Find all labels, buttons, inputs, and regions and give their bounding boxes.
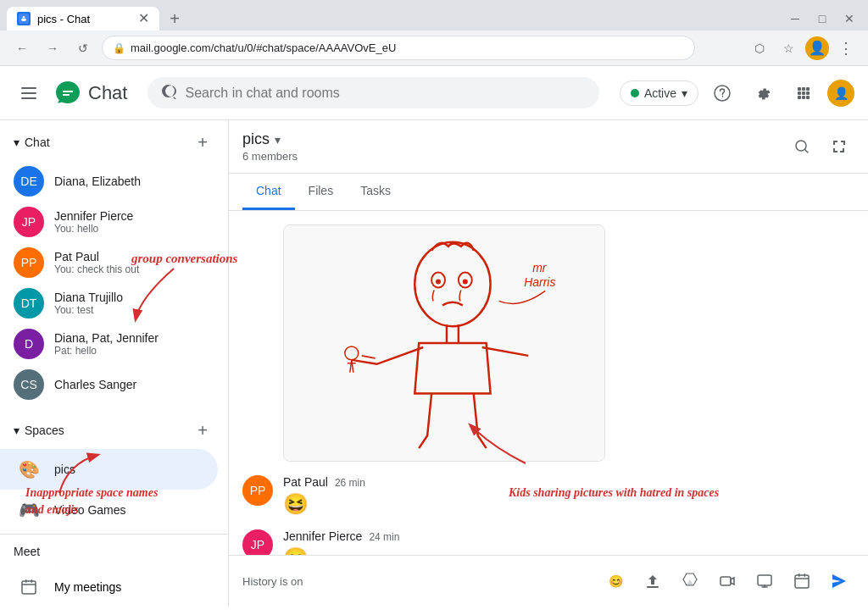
svg-rect-27 bbox=[647, 586, 659, 588]
chat-info: Pat Paul You: check this out bbox=[54, 250, 204, 275]
chat-preview: Pat: hello bbox=[54, 345, 204, 357]
chat-item-jennifer-pierce[interactable]: JP Jennifer Pierce You: hello bbox=[0, 202, 218, 242]
chat-item-pat-paul[interactable]: PP Pat Paul You: check this out bbox=[0, 242, 218, 283]
chat-avatar: D bbox=[14, 329, 44, 359]
svg-rect-31 bbox=[798, 573, 800, 577]
settings-btn[interactable] bbox=[746, 76, 780, 110]
svg-rect-16 bbox=[31, 579, 33, 583]
search-input[interactable] bbox=[185, 86, 585, 101]
bookmark-icon[interactable]: ☆ bbox=[776, 36, 800, 60]
upload-btn[interactable] bbox=[637, 566, 668, 596]
chat-section-header[interactable]: ▾ Chat + bbox=[0, 124, 228, 161]
svg-rect-6 bbox=[802, 87, 805, 91]
sidebar: ▾ Chat + DE Diana, Elizabeth JP bbox=[0, 120, 229, 607]
svg-rect-28 bbox=[721, 577, 731, 585]
my-meetings-label: My meetings bbox=[54, 580, 121, 594]
user-avatar[interactable]: 👤 bbox=[827, 80, 854, 107]
svg-rect-2 bbox=[21, 92, 36, 94]
chat-info: Jennifer Pierce You: hello bbox=[54, 209, 204, 235]
svg-rect-7 bbox=[806, 87, 810, 91]
emoji-btn[interactable]: 😊 bbox=[600, 566, 631, 596]
msg-content-pat: Pat Paul 26 min 😆 bbox=[283, 475, 854, 516]
forward-btn[interactable]: → bbox=[41, 36, 64, 60]
msg-avatar-pat: PP bbox=[242, 475, 273, 506]
msg-emoji-pat: 😆 bbox=[283, 492, 854, 516]
svg-rect-29 bbox=[758, 575, 771, 585]
chat-avatar: JP bbox=[14, 207, 44, 237]
svg-rect-30 bbox=[795, 575, 809, 588]
browser-menu-btn[interactable]: ⋮ bbox=[834, 36, 858, 60]
conv-dropdown-icon[interactable]: ▾ bbox=[275, 133, 281, 147]
chat-name: Charles Sanger bbox=[54, 378, 204, 391]
app-title: Chat bbox=[88, 82, 127, 104]
msg-header-pat: Pat Paul 26 min bbox=[283, 475, 854, 489]
help-btn[interactable] bbox=[705, 76, 739, 110]
tab-files[interactable]: Files bbox=[295, 174, 348, 210]
close-btn[interactable]: ✕ bbox=[837, 7, 861, 30]
reload-btn[interactable]: ↺ bbox=[71, 36, 95, 60]
svg-rect-11 bbox=[798, 96, 801, 99]
input-toolbar: History is on 😊 bbox=[229, 555, 868, 607]
chat-preview: You: hello bbox=[54, 223, 204, 235]
new-tab-btn[interactable]: + bbox=[163, 7, 186, 30]
chat-avatar: DT bbox=[14, 288, 44, 319]
tab-chat[interactable]: Chat bbox=[242, 174, 295, 210]
screen-share-btn[interactable] bbox=[749, 566, 780, 596]
search-bar[interactable] bbox=[147, 77, 598, 108]
minimize-btn[interactable]: ─ bbox=[783, 7, 807, 30]
add-space-btn[interactable]: + bbox=[191, 418, 214, 442]
meet-btn[interactable] bbox=[712, 566, 743, 596]
active-tab[interactable]: pics - Chat ✕ bbox=[7, 7, 159, 30]
conv-tabs: Chat Files Tasks bbox=[229, 174, 868, 211]
header-right: Active ▾ 👤 bbox=[620, 76, 854, 110]
chat-name: Diana, Elizabeth bbox=[54, 175, 204, 188]
apps-btn[interactable] bbox=[787, 76, 821, 110]
space-item-video-games[interactable]: 🎮 Video Games bbox=[0, 490, 218, 530]
drive-btn[interactable] bbox=[675, 566, 705, 596]
calendar-icon bbox=[14, 572, 44, 602]
calendar-event-btn[interactable] bbox=[787, 566, 817, 596]
svg-rect-9 bbox=[802, 91, 805, 95]
space-item-pics[interactable]: 🎨 pics bbox=[0, 449, 218, 490]
url-bar[interactable]: 🔒 mail.google.com/chat/u/0/#chat/space/A… bbox=[102, 36, 695, 60]
status-label: Active bbox=[644, 86, 676, 100]
svg-text:mr: mr bbox=[532, 261, 548, 274]
chat-item-diana-elizabeth[interactable]: DE Diana, Elizabeth bbox=[0, 161, 218, 202]
tab-tasks[interactable]: Tasks bbox=[347, 174, 404, 210]
maximize-btn[interactable]: □ bbox=[810, 7, 834, 30]
space-emoji-pics: 🎨 bbox=[14, 454, 44, 485]
app-header: Chat Active ▾ bbox=[0, 66, 868, 120]
cast-icon[interactable]: ⬡ bbox=[748, 36, 771, 60]
add-chat-btn[interactable]: + bbox=[191, 130, 214, 154]
image-message-container: mr Harris bbox=[242, 224, 854, 462]
chat-item-diana-trujillo[interactable]: DT Diana Trujillo You: test bbox=[0, 283, 218, 324]
history-text: History is on bbox=[242, 575, 593, 588]
svg-point-23 bbox=[463, 280, 468, 285]
avatar-inner: PP bbox=[14, 247, 44, 278]
back-btn[interactable]: ← bbox=[10, 36, 34, 60]
send-btn[interactable] bbox=[824, 566, 854, 596]
main-conversation: pics ▾ 6 members Chat Files bbox=[229, 120, 868, 607]
chat-name: Jennifer Pierce bbox=[54, 209, 204, 223]
spaces-section-header[interactable]: ▾ Spaces + bbox=[0, 412, 228, 449]
svg-rect-32 bbox=[804, 573, 806, 577]
hamburger-btn[interactable] bbox=[14, 78, 44, 108]
meet-section: Meet My meetings bbox=[0, 534, 228, 607]
avatar-inner: JP bbox=[14, 207, 44, 237]
browser-user-avatar[interactable]: 👤 bbox=[805, 36, 829, 60]
chat-item-charles-sanger[interactable]: CS Charles Sanger bbox=[0, 364, 218, 405]
browser-chrome: pics - Chat ✕ + ─ □ ✕ ← → ↺ 🔒 mail.googl… bbox=[0, 0, 868, 66]
msg-avatar-inner: JP bbox=[242, 529, 273, 555]
tab-close-btn[interactable]: ✕ bbox=[138, 12, 149, 25]
search-conv-btn[interactable] bbox=[787, 131, 817, 162]
status-dot bbox=[631, 89, 639, 97]
app-container: Chat Active ▾ bbox=[0, 66, 868, 607]
search-icon bbox=[161, 84, 176, 102]
expand-conv-btn[interactable] bbox=[824, 131, 854, 162]
chat-item-group[interactable]: D Diana, Pat, Jennifer Pat: hello bbox=[0, 324, 218, 364]
avatar-inner: CS bbox=[14, 369, 44, 400]
my-meetings-item[interactable]: My meetings bbox=[0, 565, 228, 607]
conv-name: pics bbox=[242, 130, 270, 148]
status-button[interactable]: Active ▾ bbox=[620, 80, 698, 106]
space-name-pics: pics bbox=[54, 463, 75, 476]
